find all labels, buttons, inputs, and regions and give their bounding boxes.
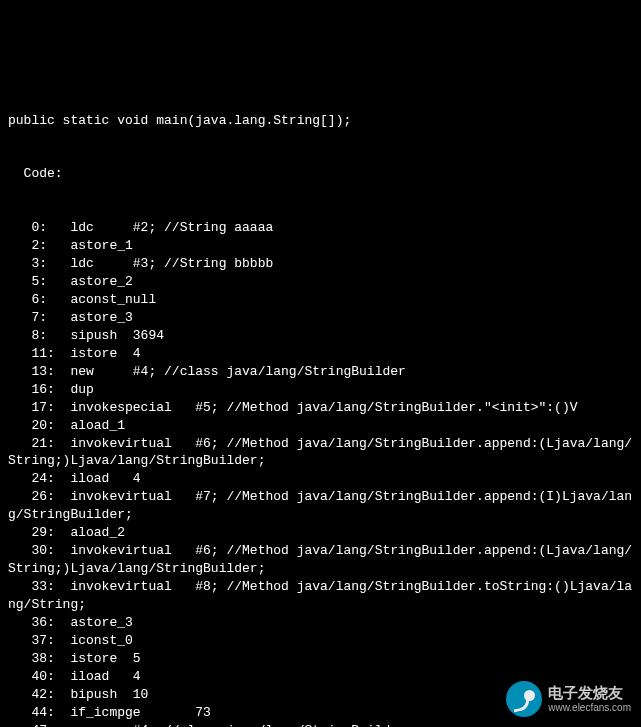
bytecode-line: 21: invokevirtual #6; //Method java/lang…: [8, 435, 633, 471]
bytecode-line: 26: invokevirtual #7; //Method java/lang…: [8, 488, 633, 524]
bytecode-lines: 0: ldc #2; //String aaaaa 2: astore_1 3:…: [8, 219, 633, 727]
bytecode-line: 13: new #4; //class java/lang/StringBuil…: [8, 363, 633, 381]
bytecode-line: 42: bipush 10: [8, 686, 633, 704]
bytecode-line: 44: if_icmpge 73: [8, 704, 633, 722]
bytecode-line: 3: ldc #3; //String bbbbb: [8, 255, 633, 273]
bytecode-line: 30: invokevirtual #6; //Method java/lang…: [8, 542, 633, 578]
bytecode-line: 29: aload_2: [8, 524, 633, 542]
bytecode-listing: public static void main(java.lang.String…: [8, 76, 633, 727]
bytecode-line: 7: astore_3: [8, 309, 633, 327]
bytecode-line: 0: ldc #2; //String aaaaa: [8, 219, 633, 237]
bytecode-line: 20: aload_1: [8, 417, 633, 435]
bytecode-line: 47: new #4; //class java/lang/StringBuil…: [8, 722, 633, 728]
bytecode-line: 5: astore_2: [8, 273, 633, 291]
method-signature: public static void main(java.lang.String…: [8, 112, 633, 130]
code-label: Code:: [8, 165, 633, 183]
bytecode-line: 33: invokevirtual #8; //Method java/lang…: [8, 578, 633, 614]
bytecode-line: 8: sipush 3694: [8, 327, 633, 345]
bytecode-line: 2: astore_1: [8, 237, 633, 255]
bytecode-line: 36: astore_3: [8, 614, 633, 632]
bytecode-line: 37: iconst_0: [8, 632, 633, 650]
bytecode-line: 16: dup: [8, 381, 633, 399]
bytecode-line: 24: iload 4: [8, 470, 633, 488]
bytecode-line: 40: iload 4: [8, 668, 633, 686]
bytecode-line: 17: invokespecial #5; //Method java/lang…: [8, 399, 633, 417]
bytecode-line: 38: istore 5: [8, 650, 633, 668]
bytecode-line: 6: aconst_null: [8, 291, 633, 309]
bytecode-line: 11: istore 4: [8, 345, 633, 363]
